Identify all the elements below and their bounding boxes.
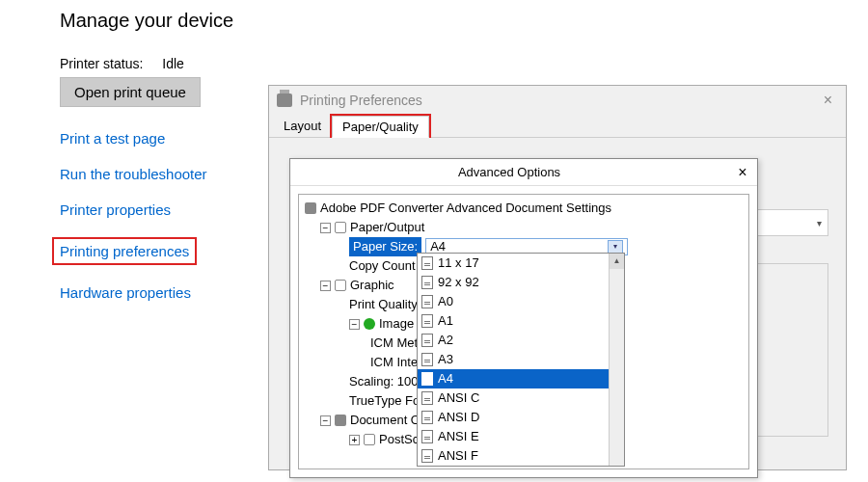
paper-size-option[interactable]: ANSI D [418,408,624,427]
prefs-titlebar: Printing Preferences × [269,86,846,115]
paper-size-option-label: ANSI D [438,408,479,427]
printer-status: Printer status: Idle [60,56,262,71]
paper-size-option-label: ANSI E [438,427,479,446]
paper-size-option[interactable]: ANSI C [418,388,624,408]
link-run-troubleshooter[interactable]: Run the troubleshooter [60,166,262,182]
expand-icon[interactable]: + [349,435,360,445]
chevron-down-icon: ▾ [817,218,822,228]
left-column: Printer status: Idle Open print queue Pr… [60,56,262,320]
advanced-window-title: Advanced Options [290,165,728,179]
collapse-icon[interactable]: − [349,319,360,330]
open-print-queue-button[interactable]: Open print queue [60,77,201,107]
tree-graphic-label: Graphic [350,276,394,295]
paper-size-option-label: ANSI C [438,388,479,408]
prefs-close-button[interactable]: × [818,92,838,109]
collapse-icon[interactable]: − [320,223,331,233]
paper-size-option[interactable]: 11 x 17 [418,254,624,273]
tree-paper-output[interactable]: − Paper/Output [303,218,745,237]
advanced-options-window: Advanced Options × Adobe PDF Converter A… [289,158,758,478]
tree-scaling-label: Scaling: 100 [349,372,419,391]
page-icon [421,314,433,328]
tree-root[interactable]: Adobe PDF Converter Advanced Document Se… [303,199,745,218]
printer-status-label: Printer status: [60,56,143,71]
link-printer-properties[interactable]: Printer properties [60,201,262,218]
tree-truetype-label: TrueType Fo [349,391,420,411]
settings-tree: Adobe PDF Converter Advanced Document Se… [298,194,749,469]
tree-copy-count-label: Copy Count [349,256,416,276]
advanced-body: Adobe PDF Converter Advanced Document Se… [290,186,757,477]
paper-size-option-label: 92 x 92 [438,273,479,292]
paper-size-option-label: A4 [438,369,453,388]
folder-icon [335,280,346,291]
paper-size-option[interactable]: A1 [418,311,624,331]
folder-icon [364,434,375,445]
collapse-icon[interactable]: − [320,415,331,426]
paper-size-dropdown-list[interactable]: ▲ 11 x 1792 x 92A0A1A2A3A4ANSI CANSI DAN… [417,253,625,467]
paper-size-option[interactable]: A0 [418,292,624,311]
paper-size-option-label: 11 x 17 [438,254,479,273]
paper-size-option[interactable]: 92 x 92 [418,273,624,292]
page-title: Manage your device [60,10,868,32]
scrollbar[interactable]: ▲ [609,254,624,466]
advanced-close-button[interactable]: × [728,164,757,181]
scroll-up-icon[interactable]: ▲ [610,254,624,269]
paper-size-option[interactable]: A4 [418,369,624,388]
prefs-window-title: Printing Preferences [300,93,422,108]
paper-size-option-label: A1 [438,311,453,331]
tab-layout[interactable]: Layout [273,115,332,137]
link-print-test-page[interactable]: Print a test page [60,130,262,147]
page-icon [421,430,433,443]
prefs-tabs: Layout Paper/Quality [269,115,846,138]
paper-size-option-label: A2 [438,331,453,350]
page-icon [421,449,433,463]
printer-icon [305,202,316,214]
tree-paper-output-label: Paper/Output [350,218,424,237]
folder-icon [335,222,346,233]
page-icon [421,353,433,366]
link-printing-preferences[interactable]: Printing preferences [52,237,197,265]
paper-size-option-label: A3 [438,350,453,369]
paper-size-label: Paper Size: [349,237,421,256]
printer-icon [277,94,292,107]
page-icon [421,295,433,308]
page-icon [421,334,433,347]
tab-paper-quality[interactable]: Paper/Quality [332,116,429,138]
page-icon [421,372,433,386]
gear-icon [335,415,346,426]
page-icon [421,411,433,424]
paper-size-option[interactable]: A3 [418,350,624,369]
link-hardware-properties[interactable]: Hardware properties [60,284,262,301]
paper-size-option[interactable]: A2 [418,331,624,350]
page-icon [421,256,433,270]
printer-status-value: Idle [162,56,184,71]
paper-size-option[interactable]: ANSI F [418,446,624,466]
page-icon [421,391,433,405]
collapse-icon[interactable]: − [320,281,331,291]
paper-size-option-label: ANSI F [438,446,478,466]
color-icon [364,318,375,330]
page-icon [421,276,433,289]
paper-size-option-label: A0 [438,292,453,311]
advanced-titlebar: Advanced Options × [290,159,757,186]
tree-print-quality-label: Print Quality [349,295,418,314]
paper-size-option[interactable]: ANSI E [418,427,624,446]
tree-root-label: Adobe PDF Converter Advanced Document Se… [320,199,611,218]
